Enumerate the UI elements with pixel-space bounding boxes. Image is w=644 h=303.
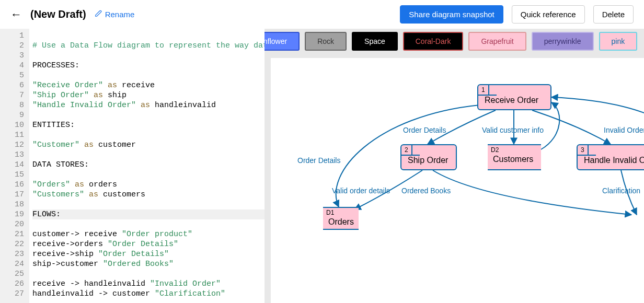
code-line[interactable]: # Use a Data Flow diagram to represent t… <box>32 41 264 51</box>
theme-chip[interactable]: pink <box>599 32 638 51</box>
node-id: 3 <box>578 145 589 155</box>
datastore-orders[interactable]: D1 Orders <box>323 207 359 230</box>
code-line[interactable] <box>32 170 264 180</box>
code-line[interactable]: ENTITIES: <box>32 120 264 130</box>
node-id: 2 <box>401 145 412 155</box>
code-line[interactable]: "Customers" as customers <box>32 190 264 200</box>
edge-label: Valid order details <box>332 187 390 195</box>
edge-label: Order Details <box>297 156 340 165</box>
code-line[interactable] <box>32 51 264 61</box>
delete-button[interactable]: Delete <box>593 5 634 24</box>
theme-chip[interactable]: Space <box>352 32 398 51</box>
node-receive-order[interactable]: 1 Receive Order <box>477 84 551 110</box>
code-line[interactable]: receive->ship "Order Details" <box>32 249 264 259</box>
quick-reference-button[interactable]: Quick reference <box>512 5 585 24</box>
diagram-edges <box>271 58 644 303</box>
edge-label: Invalid Order <box>604 126 644 134</box>
node-handle-invalid[interactable]: 3 Handle Invalid O <box>577 144 644 170</box>
code-line[interactable]: "Ship Order" as ship <box>32 90 264 100</box>
code-line[interactable] <box>32 200 264 209</box>
code-line[interactable] <box>32 31 264 41</box>
code-line[interactable]: customer-> receive "Order product" <box>32 229 264 239</box>
code-line[interactable]: "Orders" as orders <box>32 180 264 190</box>
code-line[interactable] <box>32 110 264 120</box>
code-line[interactable] <box>32 219 264 229</box>
theme-selector: nflowerRockSpaceCoral-DarkGrapefruitperr… <box>264 29 644 54</box>
datastore-customers[interactable]: D2 Customers <box>488 144 541 170</box>
code-line[interactable]: ship->customer "Ordered Books" <box>32 259 264 269</box>
back-button[interactable]: ← <box>10 8 22 21</box>
code-line[interactable]: FLOWS: <box>32 209 264 219</box>
code-line[interactable]: handleinvalid -> customer "Clarification… <box>32 289 264 299</box>
node-ship-order[interactable]: 2 Ship Order <box>400 144 457 170</box>
share-button[interactable]: Share diagram snapshot <box>400 5 503 24</box>
theme-chip[interactable]: Coral-Dark <box>403 32 464 51</box>
edge-label: Clarification <box>602 187 640 195</box>
theme-chip[interactable]: Grapefruit <box>468 32 526 51</box>
code-line[interactable] <box>32 71 264 80</box>
code-line[interactable]: "Customer" as customer <box>32 140 264 150</box>
edge-label: Valid customer info <box>482 126 544 134</box>
code-line[interactable]: PROCESSES: <box>32 61 264 71</box>
code-line[interactable]: "Handle Invalid Order" as handleinvalid <box>32 100 264 110</box>
edge-label: Ordered Books <box>401 187 451 195</box>
diagram-canvas[interactable]: 1 Receive Order 2 Ship Order 3 Handle In… <box>271 58 644 303</box>
node-id: D1 <box>323 208 337 217</box>
code-line[interactable] <box>32 130 264 140</box>
theme-chip[interactable]: perrywinkle <box>532 32 594 51</box>
rename-button[interactable]: Rename <box>95 10 135 19</box>
code-line[interactable] <box>32 150 264 160</box>
page-title: (New Draft) <box>30 8 86 20</box>
theme-chip[interactable]: Rock <box>305 32 347 51</box>
node-id: 1 <box>478 85 489 95</box>
line-gutter: 1234567891011121314151617181920212223242… <box>0 29 29 303</box>
code-line[interactable] <box>32 269 264 279</box>
code-editor[interactable]: 1234567891011121314151617181920212223242… <box>0 29 264 303</box>
code-content[interactable]: # Use a Data Flow diagram to represent t… <box>29 29 264 303</box>
rename-label: Rename <box>105 10 135 19</box>
node-id: D2 <box>488 145 502 155</box>
code-line[interactable]: receive -> handleinvalid "Invalid Order" <box>32 279 264 289</box>
code-line[interactable]: "Receive Order" as receive <box>32 80 264 90</box>
pencil-icon <box>95 10 102 19</box>
code-line[interactable]: DATA STORES: <box>32 160 264 170</box>
edge-label: Order Details <box>403 126 446 134</box>
diagram-preview[interactable]: nflowerRockSpaceCoral-DarkGrapefruitperr… <box>264 29 644 303</box>
theme-chip[interactable]: nflower <box>264 32 300 51</box>
code-line[interactable]: receive->orders "Order Details" <box>32 239 264 249</box>
